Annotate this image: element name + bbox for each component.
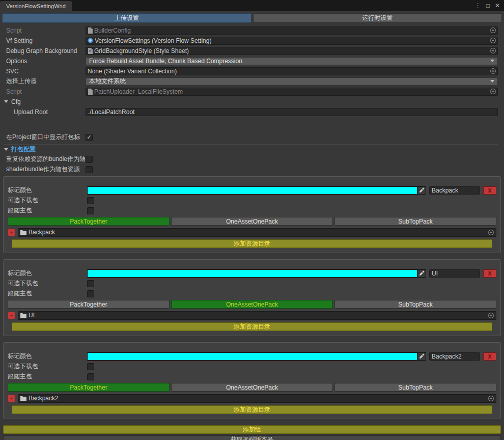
object-picker-icon[interactable] bbox=[490, 28, 496, 33]
folder-icon bbox=[20, 313, 26, 318]
eyedropper-button[interactable] bbox=[417, 269, 426, 278]
shader-bundle-checkbox[interactable] bbox=[86, 166, 93, 173]
object-picker-icon[interactable] bbox=[490, 89, 496, 94]
folder-icon bbox=[20, 396, 26, 401]
color-swatch[interactable] bbox=[87, 269, 417, 278]
object-picker-icon[interactable] bbox=[490, 68, 496, 74]
field-label: Debug Graph Background bbox=[6, 47, 86, 54]
pack-group: 标记颜色 X 可选下载包 跟随主包 PackTogether OneAssetO… bbox=[3, 259, 501, 336]
delete-group-button[interactable]: X bbox=[483, 269, 496, 278]
remove-directory-button[interactable]: - bbox=[8, 229, 15, 236]
one-asset-one-pack-button[interactable]: OneAssetOnePack bbox=[171, 383, 333, 392]
group-name-input[interactable] bbox=[429, 186, 480, 195]
directory-row: - Backpack2 bbox=[8, 394, 496, 403]
group-name-input[interactable] bbox=[429, 269, 480, 278]
script-icon bbox=[88, 89, 93, 95]
object-field-value: BuilderConfig bbox=[94, 27, 131, 34]
group-name-input[interactable] bbox=[429, 352, 480, 361]
show-mark-checkbox[interactable]: ✓ bbox=[86, 134, 93, 141]
folder-icon bbox=[20, 230, 26, 235]
directory-row: - Backpack bbox=[8, 228, 496, 237]
tab-runtime-settings[interactable]: 运行时设置 bbox=[253, 13, 502, 23]
spacer bbox=[0, 117, 504, 132]
cfg-foldout[interactable]: Cfg bbox=[4, 97, 498, 106]
one-asset-one-pack-button[interactable]: OneAssetOnePack bbox=[171, 217, 333, 226]
object-picker-icon[interactable] bbox=[488, 313, 494, 318]
delete-group-button[interactable]: X bbox=[483, 352, 496, 361]
pack-group: 标记颜色 X 可选下载包 跟随主包 PackTogether OneAssetO… bbox=[3, 176, 501, 253]
add-directory-wrap: 添加资源目录 bbox=[12, 405, 492, 414]
sub-top-pack-button[interactable]: SubTopPack bbox=[334, 383, 496, 392]
object-picker-icon[interactable] bbox=[488, 230, 494, 235]
toggle-label: shaderbundle作为随包资源 bbox=[6, 165, 86, 174]
options-dropdown[interactable]: Force Rebuild Asset Bundle, Chunk Based … bbox=[86, 57, 498, 65]
add-directory-button[interactable]: 添加资源目录 bbox=[12, 239, 492, 248]
color-field[interactable] bbox=[87, 186, 426, 195]
sub-top-pack-button[interactable]: SubTopPack bbox=[334, 300, 496, 309]
object-picker-icon[interactable] bbox=[490, 48, 496, 53]
kebab-menu-icon[interactable]: ⋮ bbox=[475, 3, 481, 9]
vf-setting-object-field[interactable]: VersionFlowSettings (Version Flow Settin… bbox=[86, 37, 498, 45]
window-tab[interactable]: VersionFlowSettingWnd bbox=[0, 1, 72, 11]
eyedropper-button[interactable] bbox=[417, 186, 426, 195]
optional-download-checkbox[interactable] bbox=[87, 363, 94, 370]
get-remote-version-button[interactable]: 获取远端版本号 bbox=[3, 435, 501, 440]
pack-mode-row: PackTogether OneAssetOnePack SubTopPack bbox=[8, 217, 496, 226]
tab-upload-settings[interactable]: 上传设置 bbox=[2, 13, 251, 23]
scriptable-object-icon bbox=[88, 38, 93, 43]
eyedropper-button[interactable] bbox=[417, 352, 426, 361]
object-picker-icon[interactable] bbox=[488, 396, 494, 401]
directory-row: - UI bbox=[8, 311, 496, 320]
add-group-wrap: 添加组 bbox=[3, 425, 501, 434]
close-icon[interactable]: ✕ bbox=[495, 3, 500, 9]
pack-together-button[interactable]: PackTogether bbox=[8, 217, 170, 226]
add-directory-button[interactable]: 添加资源目录 bbox=[12, 405, 492, 414]
directory-object-field[interactable]: Backpack bbox=[18, 228, 496, 237]
pack-mode-row: PackTogether OneAssetOnePack SubTopPack bbox=[8, 383, 496, 392]
chevron-down-icon bbox=[490, 60, 494, 62]
window-title: VersionFlowSettingWnd bbox=[6, 3, 66, 9]
optional-download-checkbox[interactable] bbox=[87, 280, 94, 287]
toggle-label: 重复依赖资源的bundle作为随 bbox=[6, 155, 86, 163]
uploader-script-object-field[interactable]: PatchUploader_LocalFileSystem bbox=[86, 88, 498, 96]
vf-setting-row: Vf Setting VersionFlowSettings (Version … bbox=[6, 36, 498, 45]
field-label: Script bbox=[6, 88, 86, 95]
color-field[interactable] bbox=[87, 269, 426, 278]
one-asset-one-pack-button[interactable]: OneAssetOnePack bbox=[171, 300, 333, 309]
optional-download-checkbox[interactable] bbox=[87, 197, 94, 204]
debug-graph-object-field[interactable]: GridBackgroundStyle (Style Sheet) bbox=[86, 47, 498, 55]
uploader-dropdown[interactable]: 本地文件系统 bbox=[86, 77, 498, 86]
object-picker-icon[interactable] bbox=[490, 38, 496, 43]
dup-bundle-checkbox[interactable] bbox=[86, 156, 93, 163]
upload-root-input[interactable] bbox=[86, 108, 498, 116]
add-directory-button[interactable]: 添加资源目录 bbox=[12, 322, 492, 331]
color-swatch[interactable] bbox=[87, 186, 417, 195]
toggle-label: 在Project窗口中显示打包标 bbox=[6, 133, 86, 142]
remove-directory-button[interactable]: - bbox=[8, 312, 15, 319]
remove-directory-button[interactable]: - bbox=[8, 395, 15, 402]
uploader-row: 选择上传器 本地文件系统 bbox=[6, 76, 498, 86]
follow-main-checkbox[interactable] bbox=[87, 373, 94, 380]
color-row: 标记颜色 X bbox=[8, 351, 496, 361]
color-label: 标记颜色 bbox=[8, 186, 87, 195]
object-field-value: None (Shader Variant Collection) bbox=[88, 68, 177, 75]
dropdown-value: 本地文件系统 bbox=[89, 77, 126, 86]
pack-config-foldout[interactable]: 打包配置 bbox=[4, 144, 498, 154]
sub-top-pack-button[interactable]: SubTopPack bbox=[334, 217, 496, 226]
pack-together-button[interactable]: PackTogether bbox=[8, 383, 170, 392]
pack-together-button[interactable]: PackTogether bbox=[8, 300, 170, 309]
directory-object-field[interactable]: UI bbox=[18, 311, 496, 320]
follow-main-checkbox[interactable] bbox=[87, 290, 94, 297]
add-group-button[interactable]: 添加组 bbox=[3, 425, 501, 434]
script-object-field[interactable]: BuilderConfig bbox=[86, 26, 498, 35]
script-row: Script BuilderConfig bbox=[6, 25, 498, 35]
optional-download-row: 可选下载包 bbox=[8, 196, 496, 205]
follow-main-checkbox[interactable] bbox=[87, 207, 94, 214]
directory-object-field[interactable]: Backpack2 bbox=[18, 394, 496, 403]
maximize-icon[interactable]: □ bbox=[486, 3, 490, 9]
color-swatch[interactable] bbox=[87, 352, 417, 361]
dup-bundle-row: 重复依赖资源的bundle作为随 bbox=[6, 154, 498, 164]
delete-group-button[interactable]: X bbox=[483, 186, 496, 195]
svc-object-field[interactable]: None (Shader Variant Collection) bbox=[86, 67, 498, 75]
color-field[interactable] bbox=[87, 352, 426, 361]
